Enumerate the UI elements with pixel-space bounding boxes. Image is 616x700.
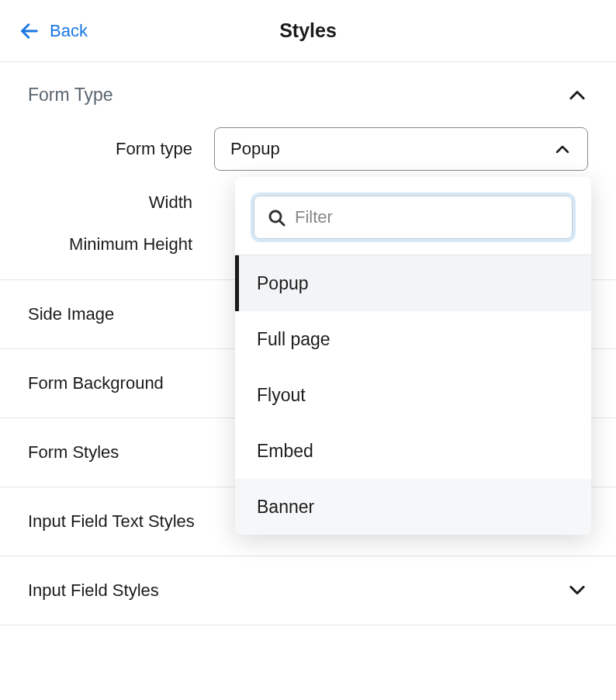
filter-container xyxy=(235,177,591,255)
arrow-left-icon xyxy=(19,20,40,42)
section-title: Form Background xyxy=(28,373,164,393)
width-label: Width xyxy=(28,192,214,213)
svg-line-2 xyxy=(280,221,285,226)
dropdown-option-banner[interactable]: Banner xyxy=(235,479,591,535)
form-type-selected-value: Popup xyxy=(230,139,280,159)
min-height-label: Minimum Height xyxy=(28,234,214,255)
back-label: Back xyxy=(50,21,88,41)
dropdown-option-label: Full page xyxy=(257,329,330,350)
chevron-up-icon xyxy=(553,140,572,158)
dropdown-option-popup[interactable]: Popup xyxy=(235,255,591,311)
section-title: Input Field Styles xyxy=(28,580,159,601)
back-button[interactable]: Back xyxy=(19,20,88,42)
dropdown-option-embed[interactable]: Embed xyxy=(235,423,591,479)
input-field-styles-section: Input Field Styles xyxy=(0,556,616,625)
section-title: Form Type xyxy=(28,85,113,106)
form-type-label: Form type xyxy=(28,139,214,159)
chevron-up-icon xyxy=(566,84,588,106)
input-field-styles-header[interactable]: Input Field Styles xyxy=(0,556,616,625)
dropdown-option-label: Embed xyxy=(257,441,313,462)
page-title: Styles xyxy=(279,19,337,42)
section-title: Form Styles xyxy=(28,442,119,463)
form-type-row: Form type Popup xyxy=(28,127,588,171)
section-title: Side Image xyxy=(28,304,114,324)
page-header: Back Styles xyxy=(0,0,616,62)
dropdown-option-label: Flyout xyxy=(257,385,306,406)
dropdown-option-full-page[interactable]: Full page xyxy=(235,311,591,367)
chevron-down-icon xyxy=(566,580,588,601)
dropdown-option-label: Banner xyxy=(257,497,314,518)
section-title: Input Field Text Styles xyxy=(28,511,195,532)
form-type-section: Form Type Form type Popup xyxy=(0,62,616,280)
form-type-section-header[interactable]: Form Type xyxy=(0,62,616,127)
form-type-select[interactable]: Popup xyxy=(214,127,588,171)
filter-input[interactable] xyxy=(295,207,559,227)
filter-box[interactable] xyxy=(254,196,573,239)
dropdown-option-label: Popup xyxy=(257,273,309,294)
dropdown-option-flyout[interactable]: Flyout xyxy=(235,367,591,423)
form-type-dropdown: Popup Full page Flyout Embed Banner xyxy=(235,177,591,535)
dropdown-list: Popup Full page Flyout Embed Banner xyxy=(235,255,591,535)
form-type-section-body: Form type Popup xyxy=(0,127,616,279)
search-icon xyxy=(267,208,286,227)
